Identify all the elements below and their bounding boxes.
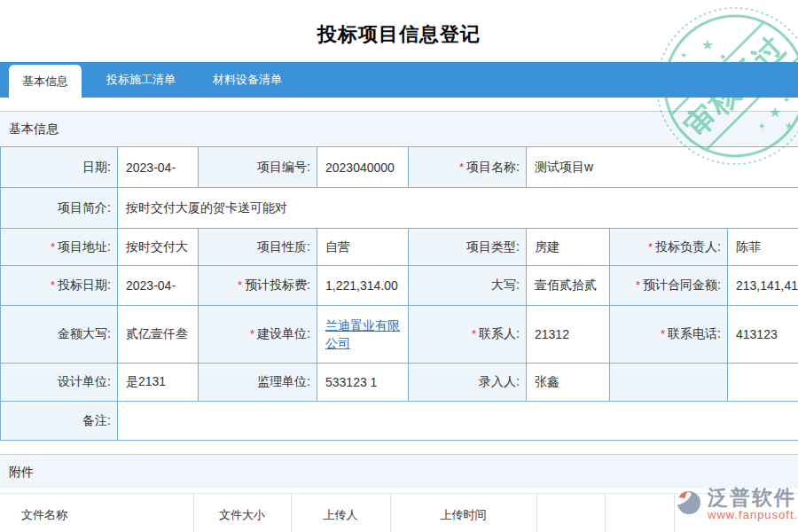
phone-value: 413123 bbox=[728, 306, 798, 364]
construction-unit-link[interactable]: 兰迪置业有限公司 bbox=[325, 318, 400, 350]
amount-caps-value: 贰亿壹仟叁 bbox=[118, 306, 199, 364]
col-header-file-name: 文件名称 bbox=[0, 494, 193, 532]
fanpu-logo-icon bbox=[674, 486, 704, 518]
bid-date-label: *投标日期: bbox=[1, 266, 118, 306]
table-row: 日期: 2023-04- 项目编号: 2023040000 *项目名称: 测试项… bbox=[1, 147, 798, 188]
est-bid-fee-value: 1,221,314.00 bbox=[317, 266, 409, 306]
tab-basic-info[interactable]: 基本信息 bbox=[9, 65, 82, 105]
type-label: 项目类型: bbox=[409, 229, 527, 266]
table-row: 备注: bbox=[1, 402, 798, 441]
amount-caps-label: 金额大写: bbox=[1, 306, 118, 364]
type-value: 房建 bbox=[527, 229, 610, 266]
address-value: 按时交付大 bbox=[118, 229, 199, 266]
table-row: 设计单位: 是2131 监理单位: 533123 1 录入人: 张鑫 bbox=[1, 364, 798, 402]
empty-value-cell bbox=[728, 364, 798, 402]
required-mark: * bbox=[472, 327, 476, 340]
design-unit-label: 设计单位: bbox=[1, 364, 118, 402]
entry-person-label: 录入人: bbox=[409, 364, 527, 402]
address-label: *项目地址: bbox=[1, 229, 118, 266]
date-value: 2023-04- bbox=[118, 147, 199, 188]
table-row: 金额大写: 贰亿壹仟叁 *建设单位: 兰迪置业有限公司 *联系人: 21312 … bbox=[1, 306, 798, 364]
col-header-file-size: 文件大小 bbox=[193, 494, 291, 532]
est-contract-value: 213,141,41 bbox=[728, 266, 798, 306]
bid-owner-value: 陈菲 bbox=[728, 229, 798, 266]
col-header-uploader: 上传人 bbox=[291, 494, 390, 532]
date-label: 日期: bbox=[1, 147, 118, 188]
contact-label: *联系人: bbox=[409, 306, 527, 364]
summary-value: 按时交付大厦的贺卡送可能对 bbox=[118, 188, 798, 229]
required-mark: * bbox=[459, 160, 464, 174]
tab-bar: 基本信息 投标施工清单 材料设备清单 bbox=[0, 62, 798, 98]
supervise-unit-value: 533123 1 bbox=[317, 364, 409, 402]
est-contract-label: *预计合同金额: bbox=[610, 266, 728, 306]
remark-value bbox=[118, 402, 798, 441]
project-name-label: *项目名称: bbox=[409, 147, 527, 188]
supervise-unit-label: 监理单位: bbox=[199, 364, 317, 402]
col-header-upload-time: 上传时间 bbox=[390, 494, 536, 532]
star-icon: ✦ bbox=[680, 51, 687, 60]
page-title: 投标项目信息登记 bbox=[0, 21, 798, 48]
required-mark: * bbox=[636, 278, 640, 292]
bid-date-value: 2023-04- bbox=[118, 266, 199, 306]
contact-value: 21312 bbox=[527, 306, 610, 364]
basic-info-table: 日期: 2023-04- 项目编号: 2023040000 *项目名称: 测试项… bbox=[0, 146, 798, 441]
project-no-label: 项目编号: bbox=[199, 147, 317, 188]
required-mark: * bbox=[661, 327, 665, 340]
required-mark: * bbox=[238, 278, 242, 292]
build-unit-label: *建设单位: bbox=[199, 306, 317, 364]
empty-header-cell bbox=[605, 494, 674, 532]
remark-label: 备注: bbox=[1, 402, 118, 441]
table-row: *投标日期: 2023-04- *预计投标费: 1,221,314.00 大写:… bbox=[1, 266, 798, 306]
vendor-logo[interactable]: 泛普软件 www.fanpusoft.com bbox=[674, 486, 798, 521]
section-header-attachments: 附件 bbox=[0, 454, 798, 489]
summary-label: 项目简介: bbox=[1, 188, 118, 229]
nature-value: 自营 bbox=[317, 229, 409, 266]
required-mark: * bbox=[51, 240, 55, 254]
vendor-logo-url[interactable]: www.fanpusoft.com bbox=[708, 509, 798, 521]
est-bid-fee-label: *预计投标费: bbox=[199, 266, 317, 306]
table-row: *项目地址: 按时交付大 项目性质: 自营 项目类型: 房建 *投标负责人: 陈… bbox=[1, 229, 798, 266]
caps-label: 大写: bbox=[409, 266, 527, 306]
required-mark: * bbox=[648, 240, 653, 254]
vendor-logo-name: 泛普软件 bbox=[708, 486, 798, 509]
section-header-basic: 基本信息 bbox=[0, 111, 798, 145]
design-unit-value: 是2131 bbox=[118, 364, 199, 402]
tab-material-equipment-list[interactable]: 材料设备清单 bbox=[200, 62, 294, 98]
table-row: 项目简介: 按时交付大厦的贺卡送可能对 bbox=[1, 188, 798, 229]
bid-owner-label: *投标负责人: bbox=[610, 229, 728, 266]
phone-label: *联系电话: bbox=[610, 306, 728, 364]
project-name-value: 测试项目w bbox=[527, 147, 798, 188]
empty-label-cell bbox=[610, 364, 728, 402]
nature-label: 项目性质: bbox=[199, 229, 317, 266]
star-icon: ✦ bbox=[718, 51, 726, 62]
entry-person-value: 张鑫 bbox=[527, 364, 610, 402]
project-no-value: 2023040000 bbox=[317, 147, 409, 188]
build-unit-value: 兰迪置业有限公司 bbox=[317, 306, 409, 364]
required-mark: * bbox=[51, 278, 55, 292]
required-mark: * bbox=[250, 327, 254, 340]
empty-header-cell bbox=[536, 494, 605, 532]
caps-value: 壹佰贰拾贰 bbox=[527, 266, 610, 306]
tab-bid-construction-list[interactable]: 投标施工清单 bbox=[94, 62, 188, 98]
